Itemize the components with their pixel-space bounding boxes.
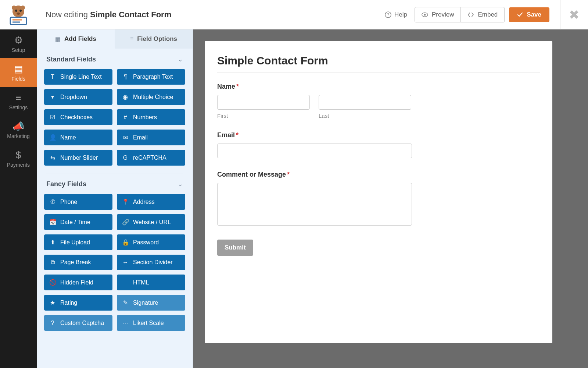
submit-button[interactable]: Submit xyxy=(217,240,253,256)
preview-button[interactable]: Preview xyxy=(415,7,461,22)
field-label: Rating xyxy=(60,300,77,306)
field-label: Page Break xyxy=(60,259,91,266)
tab-field-options[interactable]: ≡ Field Options xyxy=(115,29,193,49)
field-label: Dropdown xyxy=(60,94,87,100)
input-first-name[interactable] xyxy=(217,95,310,110)
svg-point-1 xyxy=(12,6,16,10)
save-button[interactable]: Save xyxy=(509,7,549,22)
field-label: Numbers xyxy=(133,114,157,121)
field-section-divider[interactable]: ↔Section Divider xyxy=(117,255,185,270)
field-comment[interactable]: Comment or Message* xyxy=(217,171,540,227)
rail-item-settings[interactable]: ≡Settings xyxy=(0,87,37,116)
field-custom-captcha[interactable]: ?Custom Captcha xyxy=(44,315,112,331)
field-html[interactable]: HTML xyxy=(117,275,185,290)
numbers-icon: # xyxy=(122,114,129,121)
section-standard-fields[interactable]: Standard Fields⌄ xyxy=(44,49,185,68)
field-paragraph-text[interactable]: ¶Paragraph Text xyxy=(117,69,185,85)
field-label: Number Slider xyxy=(60,155,98,161)
field-label: Multiple Choice xyxy=(133,94,173,100)
svg-point-5 xyxy=(17,13,20,15)
email-icon: ✉ xyxy=(122,134,129,141)
rail-item-label: Setup xyxy=(12,47,25,53)
signature-icon: ✎ xyxy=(122,299,129,306)
form-title[interactable]: Simple Contact Form xyxy=(217,54,540,67)
field-hidden-field[interactable]: 🚫Hidden Field xyxy=(44,275,112,290)
field-address[interactable]: 📍Address xyxy=(117,194,185,210)
field-signature[interactable]: ✎Signature xyxy=(117,295,185,311)
chevron-down-icon: ⌄ xyxy=(178,180,183,188)
svg-point-3 xyxy=(15,10,17,12)
form-name[interactable]: Simple Contact Form xyxy=(90,10,171,20)
section-fancy-fields[interactable]: Fancy Fields⌄ xyxy=(44,173,185,192)
custom-captcha-icon: ? xyxy=(49,320,56,326)
fields-icon: ▤ xyxy=(14,64,23,74)
recaptcha-icon: G xyxy=(122,155,129,161)
sublabel-first: First xyxy=(217,113,310,119)
title-prefix: Now editing xyxy=(46,10,88,20)
field-dropdown[interactable]: ▾Dropdown xyxy=(44,89,112,105)
date-time-icon: 📅 xyxy=(49,219,56,226)
field-numbers[interactable]: #Numbers xyxy=(117,109,185,125)
tab-add-fields[interactable]: ▦ Add Fields xyxy=(37,29,115,49)
field-name[interactable]: Name* First Last xyxy=(217,83,540,119)
field-multiple-choice[interactable]: ◉Multiple Choice xyxy=(117,89,185,105)
eye-icon xyxy=(422,12,428,17)
field-date-time[interactable]: 📅Date / Time xyxy=(44,214,112,230)
payments-icon: $ xyxy=(16,150,21,160)
field-label: reCAPTCHA xyxy=(133,155,166,161)
field-label: Date / Time xyxy=(60,219,90,226)
field-label: Website / URL xyxy=(133,219,171,226)
setup-icon: ⚙ xyxy=(14,35,23,45)
field-likert-scale[interactable]: ⋯Likert Scale xyxy=(117,315,185,331)
nav-rail: ⚙Setup▤Fields≡Settings📣Marketing$Payment… xyxy=(0,0,37,368)
app-logo xyxy=(0,0,37,29)
address-icon: 📍 xyxy=(122,198,129,205)
rail-item-setup[interactable]: ⚙Setup xyxy=(0,29,37,58)
svg-point-12 xyxy=(424,14,426,15)
hidden-field-icon: 🚫 xyxy=(49,279,56,286)
embed-button[interactable]: Embed xyxy=(461,7,505,22)
paragraph-text-icon: ¶ xyxy=(122,74,129,80)
password-icon: 🔒 xyxy=(122,239,129,246)
rail-item-marketing[interactable]: 📣Marketing xyxy=(0,116,37,144)
input-email[interactable] xyxy=(217,144,412,158)
help-link[interactable]: ? Help xyxy=(385,11,407,18)
name-icon: 👤 xyxy=(49,134,56,141)
canvas-area: Simple Contact Form Name* First Last xyxy=(193,29,588,368)
field-label: File Upload xyxy=(60,239,90,246)
field-email[interactable]: ✉Email xyxy=(117,130,185,145)
svg-rect-6 xyxy=(10,17,26,25)
field-email[interactable]: Email* xyxy=(217,131,540,158)
field-rating[interactable]: ★Rating xyxy=(44,295,112,311)
field-phone[interactable]: ✆Phone xyxy=(44,194,112,210)
rail-item-payments[interactable]: $Payments xyxy=(0,144,37,173)
rail-item-fields[interactable]: ▤Fields xyxy=(0,58,37,87)
field-number-slider[interactable]: ⇆Number Slider xyxy=(44,150,112,166)
section-title: Standard Fields xyxy=(46,56,96,63)
sublabel-last: Last xyxy=(319,113,411,119)
field-page-break[interactable]: ⧉Page Break xyxy=(44,255,112,270)
field-password[interactable]: 🔒Password xyxy=(117,234,185,250)
field-label: Checkboxes xyxy=(60,114,93,121)
close-icon: ✖ xyxy=(569,0,579,29)
rail-item-label: Settings xyxy=(9,105,28,110)
field-single-line-text[interactable]: TSingle Line Text xyxy=(44,69,112,85)
rail-item-label: Marketing xyxy=(7,133,29,139)
close-button[interactable]: ✖ xyxy=(560,0,579,29)
field-recaptcha[interactable]: GreCAPTCHA xyxy=(117,150,185,166)
form-canvas[interactable]: Simple Contact Form Name* First Last xyxy=(205,41,552,343)
input-comment[interactable] xyxy=(217,183,412,226)
single-line-text-icon: T xyxy=(49,74,56,80)
field-website-url[interactable]: 🔗Website / URL xyxy=(117,214,185,230)
sliders-icon: ≡ xyxy=(130,36,133,42)
code-icon xyxy=(467,12,474,17)
field-checkboxes[interactable]: ☑Checkboxes xyxy=(44,109,112,125)
field-file-upload[interactable]: ⬆File Upload xyxy=(44,234,112,250)
field-name[interactable]: 👤Name xyxy=(44,130,112,145)
field-label: Phone xyxy=(60,199,77,205)
field-label: Password xyxy=(133,239,159,246)
rating-icon: ★ xyxy=(49,299,56,306)
file-upload-icon: ⬆ xyxy=(49,239,56,246)
input-last-name[interactable] xyxy=(319,95,411,110)
label-name: Name* xyxy=(217,83,540,91)
